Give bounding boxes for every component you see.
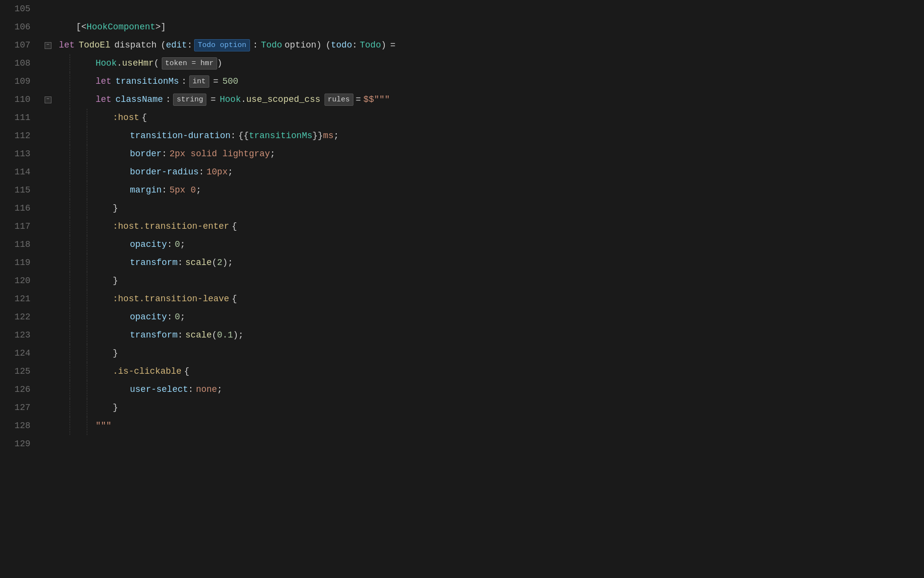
code-line-content: let TodoEl dispatch (edit: Todo option :… <box>56 39 924 51</box>
code-token: ( <box>212 329 217 341</box>
line-number: 118 <box>0 238 39 251</box>
code-token: 2 <box>217 256 223 269</box>
code-token: 500 <box>223 75 238 88</box>
code-line-content: user-select: none; <box>56 381 924 399</box>
code-token: transition-duration <box>130 129 230 142</box>
code-token: { <box>184 365 189 378</box>
gutter: − <box>39 96 56 103</box>
code-line-content: margin: 5px 0; <box>56 181 924 199</box>
line-number: 115 <box>0 184 39 196</box>
code-token: : <box>352 39 357 51</box>
code-token: 0 <box>175 311 180 323</box>
fold-button[interactable]: − <box>45 42 51 49</box>
code-token: $$""" <box>363 93 390 106</box>
code-token: = <box>213 75 219 88</box>
code-token: opacity <box>130 238 167 251</box>
code-token: """ <box>96 419 111 432</box>
code-token: transform <box>130 256 177 269</box>
code-token: 2px solid lightgray <box>170 147 270 160</box>
table-row: 112 transition-duration: {{transitionMs}… <box>0 127 924 145</box>
code-token: option <box>285 39 317 51</box>
code-token: ; <box>196 184 201 196</box>
code-token: ; <box>180 238 185 251</box>
code-token: { <box>232 220 237 233</box>
table-row: 109 let transitionMs : int = 500 <box>0 72 924 91</box>
table-row: 126 user-select: none; <box>0 381 924 399</box>
code-token: : <box>199 166 204 178</box>
table-row: 122 opacity: 0; <box>0 308 924 326</box>
code-token: : <box>177 329 183 341</box>
code-token: border-radius <box>130 166 199 178</box>
code-token: : <box>177 256 183 269</box>
line-number: 106 <box>0 21 39 33</box>
line-number: 120 <box>0 274 39 287</box>
code-token: transitionMs <box>115 75 179 88</box>
fold-button[interactable]: − <box>45 96 51 103</box>
code-token: margin <box>130 184 162 196</box>
code-token: user-select <box>130 383 188 396</box>
code-editor: 105 106 [<HookComponent>] 107 − let Todo… <box>0 0 924 578</box>
rules-badge: rules <box>325 94 353 106</box>
code-token: :host <box>113 111 139 124</box>
code-token: scale <box>185 256 212 269</box>
code-token: : <box>167 238 173 251</box>
line-number: 112 <box>0 129 39 142</box>
code-line-content: """ <box>56 417 924 435</box>
line-number: 128 <box>0 419 39 432</box>
code-token: : <box>188 383 194 396</box>
code-token: transitionMs <box>249 129 313 142</box>
code-token: } <box>113 274 118 287</box>
line-number: 109 <box>0 75 39 88</box>
string-badge: string <box>173 94 206 106</box>
code-token: scale <box>185 329 212 341</box>
table-row: 118 opacity: 0; <box>0 236 924 254</box>
code-line-content: transform: scale(0.1); <box>56 326 924 344</box>
code-token: transform <box>130 329 177 341</box>
int-badge: int <box>189 75 209 88</box>
code-token: ); <box>233 329 244 341</box>
line-number: 108 <box>0 57 39 70</box>
table-row: 113 border: 2px solid lightgray; <box>0 145 924 163</box>
table-row: 105 <box>0 0 924 18</box>
code-token: 5px 0 <box>170 184 196 196</box>
code-token: : <box>166 93 171 106</box>
code-token: 10px <box>206 166 227 178</box>
code-token: ; <box>334 129 339 142</box>
code-token: }} <box>312 129 323 142</box>
code-token: useHmr <box>122 57 154 70</box>
table-row: 111 :host { <box>0 109 924 127</box>
code-line-content: let transitionMs : int = 500 <box>56 72 924 91</box>
line-number: 113 <box>0 147 39 160</box>
code-line-content: transition-duration: {{transitionMs}}ms; <box>56 127 924 145</box>
code-token: ms <box>323 129 334 142</box>
code-token: [< <box>76 21 87 33</box>
table-row: 125 .is-clickable { <box>0 362 924 381</box>
code-token: ( <box>325 39 331 51</box>
table-row: 120 } <box>0 272 924 290</box>
code-token: : <box>253 39 258 51</box>
line-number: 123 <box>0 329 39 341</box>
table-row: 107 − let TodoEl dispatch (edit: Todo op… <box>0 36 924 54</box>
line-number: 126 <box>0 383 39 396</box>
line-number: 116 <box>0 202 39 215</box>
code-line-content: Hook.useHmr( token = hmr ) <box>56 54 924 72</box>
code-token: 0.1 <box>217 329 233 341</box>
code-token: ; <box>270 147 275 160</box>
code-token: border <box>130 147 162 160</box>
code-token: HookComponent <box>87 21 155 33</box>
code-token: Todo <box>261 39 282 51</box>
code-token: : <box>162 184 167 196</box>
gutter: − <box>39 42 56 49</box>
table-row: 110 − let className : string = Hook.use_… <box>0 91 924 109</box>
todo-option-badge: Todo option <box>194 39 250 52</box>
code-token: edit <box>166 39 187 51</box>
code-token: ) <box>381 39 386 51</box>
code-line-content: border: 2px solid lightgray; <box>56 145 924 163</box>
code-line-content: transform: scale(2); <box>56 254 924 272</box>
line-number: 107 <box>0 39 39 51</box>
code-line-content: } <box>56 344 924 362</box>
code-token: = <box>210 93 216 106</box>
code-token: 0 <box>175 238 180 251</box>
code-token: {{ <box>238 129 249 142</box>
line-number: 117 <box>0 220 39 233</box>
